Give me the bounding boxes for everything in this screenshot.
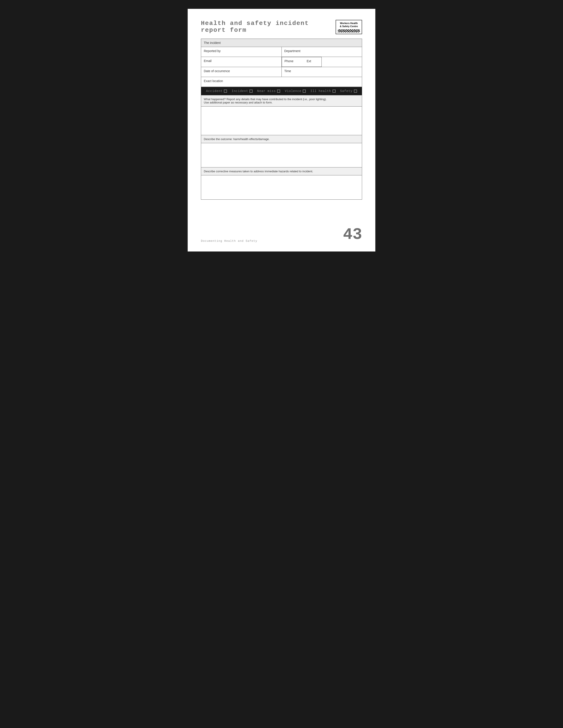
checkbox-near-miss[interactable]: Near miss	[257, 89, 280, 93]
logo-stripe	[338, 29, 360, 32]
checkbox-safety[interactable]: Safety	[340, 89, 357, 93]
outcome-header: Describe the outcome: harm/health effect…	[201, 135, 362, 143]
accident-checkbox[interactable]	[224, 90, 227, 93]
phone-ext-field: Phone Ext	[282, 57, 322, 67]
accident-label: Accident	[206, 89, 222, 93]
checkbox-violence[interactable]: Violence	[285, 89, 306, 93]
email-field: Email	[201, 57, 282, 67]
footer-label: Documenting Health and Safety	[201, 239, 257, 243]
page: Health and safety incident report form W…	[188, 9, 375, 251]
incident-section-row: The incident	[201, 39, 362, 47]
date-field: Date of occurrence	[201, 67, 282, 77]
time-field: Time	[282, 67, 362, 77]
email-row: Email Phone Ext	[201, 57, 362, 67]
near-miss-checkbox[interactable]	[277, 90, 280, 93]
checkbox-incident[interactable]: Incident	[231, 89, 252, 93]
checkbox-ill-health[interactable]: Ill health	[311, 89, 336, 93]
reported-by-field: Reported by	[201, 47, 282, 57]
location-row: Exact location	[201, 77, 362, 87]
location-field: Exact location	[201, 77, 362, 87]
logo-line2: & Safety Centre	[340, 25, 358, 28]
checkbox-row: Accident Incident Near miss Violence Ill…	[201, 87, 362, 95]
incident-section-header: The incident	[201, 39, 362, 47]
ext-label: Ext	[307, 59, 311, 64]
ill-health-label: Ill health	[311, 89, 331, 93]
page-footer: Documenting Health and Safety 43	[201, 227, 362, 243]
what-happened-sub: Use additional paper as necessary and at…	[204, 101, 272, 104]
page-number: 43	[343, 227, 362, 243]
safety-label: Safety	[340, 89, 352, 93]
page-header: Health and safety incident report form W…	[201, 20, 362, 34]
logo-text: Workers Health & Safety Centre	[338, 22, 360, 28]
near-miss-label: Near miss	[257, 89, 276, 93]
logo-line1: Workers Health	[340, 22, 358, 24]
safety-checkbox[interactable]	[354, 90, 357, 93]
reported-by-row: Reported by Department	[201, 47, 362, 57]
what-happened-textarea[interactable]	[201, 107, 362, 135]
department-field: Department	[282, 47, 362, 57]
page-title: Health and safety incident report form	[201, 20, 336, 34]
incident-label: Incident	[231, 89, 248, 93]
incident-checkbox[interactable]	[249, 90, 252, 93]
corrective-header: Describe corrective measures taken to ad…	[201, 167, 362, 175]
date-row: Date of occurrence Time	[201, 67, 362, 77]
violence-label: Violence	[285, 89, 302, 93]
violence-checkbox[interactable]	[303, 90, 306, 93]
logo-stripes	[338, 29, 360, 32]
form-table: The incident Reported by Department Emai…	[201, 39, 362, 87]
what-happened-label: What happened? Report any details that m…	[204, 98, 327, 101]
what-happened-header: What happened? Report any details that m…	[201, 95, 362, 107]
logo-box: Workers Health & Safety Centre	[336, 20, 362, 34]
phone-label: Phone	[285, 59, 294, 64]
ill-health-checkbox[interactable]	[333, 90, 336, 93]
checkbox-accident[interactable]: Accident	[206, 89, 227, 93]
outcome-textarea[interactable]	[201, 143, 362, 167]
corrective-textarea[interactable]	[201, 175, 362, 200]
